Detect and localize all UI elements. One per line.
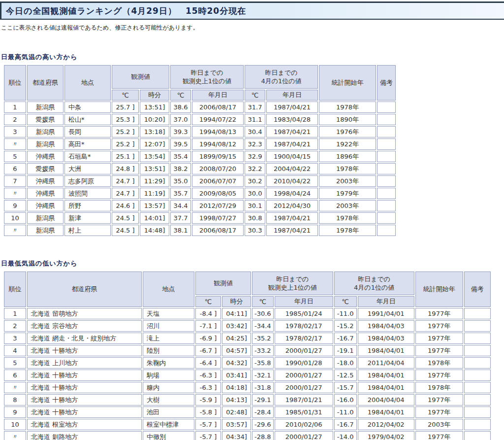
table-row: 〃新潟県高田*25.2 ]12:07]39.51994/08/1232.3198… <box>4 138 396 150</box>
cell: 6 <box>4 163 26 174</box>
cell: 高田* <box>64 138 111 150</box>
cell: 38.6 <box>170 102 191 113</box>
cell: 1991/04/01 <box>358 308 414 319</box>
cell: 03:42] <box>222 320 251 332</box>
cell <box>377 114 396 125</box>
cell: 35.7 <box>170 188 191 199</box>
cell: 1998/07/27 <box>192 212 244 224</box>
cell: 石垣島* <box>64 151 111 162</box>
cell: 10 <box>4 419 26 430</box>
cell: 北海道 十勝地方 <box>27 406 142 418</box>
cell: 2006/07/07 <box>192 175 244 187</box>
cell: 2006/08/17 <box>192 102 244 113</box>
cell: 1978年 <box>415 357 463 369</box>
cell: 24.6 ] <box>112 200 139 211</box>
cell: 11:19] <box>140 188 169 199</box>
max-temp-section: 日最高気温の高い方から 順位 都道府県 地点 観測値 昨日までの 観測史上1位の… <box>0 53 504 237</box>
cell: 朱鞠内 <box>143 357 194 369</box>
cell: 〃 <box>4 382 26 393</box>
table-row: 〃北海道 十勝地方糠内-6.3 ]04:18]-31.82000/01/27-1… <box>4 382 491 393</box>
header-row-groups: 順位 都道府県 地点 観測値 昨日までの 観測史上1位の値 昨日までの 4月の1… <box>4 271 491 295</box>
cell: 〃 <box>4 225 26 236</box>
cell: 1978年 <box>319 163 376 174</box>
table-row: 〃北海道 釧路地方中徹別-5.7 ]04:34]-28.82000/01/27-… <box>4 431 491 440</box>
cell: -34.4 <box>252 320 274 332</box>
table-row: 9北海道 十勝地方池田-5.8 ]02:48]-28.41985/01/31-1… <box>4 406 491 418</box>
cell: 14:01] <box>140 212 169 224</box>
cell: -29.1 <box>252 394 274 406</box>
cell: 10:20] <box>140 114 169 125</box>
cell: 1987/01/21 <box>275 394 333 406</box>
cell: -6.4 ] <box>195 357 221 369</box>
cell: 5 <box>4 357 26 369</box>
cell: 陸別 <box>143 345 194 356</box>
table-row: 〃沖縄県波照間24.7 ]11:19]35.72009/08/0530.0199… <box>4 188 396 199</box>
cell: 1985/01/31 <box>275 406 333 418</box>
cell <box>377 163 396 174</box>
cell: 新潟県 <box>27 225 63 236</box>
cell: 9 <box>4 406 26 418</box>
cell <box>464 394 491 406</box>
col-header-station: 地点 <box>64 65 111 101</box>
cell: -16.0 <box>334 394 357 406</box>
cell: 1977年 <box>415 370 463 381</box>
cell: 2009/08/05 <box>192 188 244 199</box>
cell: -6.3 ] <box>195 370 221 381</box>
cell: 38.1 <box>170 225 191 236</box>
cell: 松山* <box>64 114 111 125</box>
cell: 1987/04/21 <box>266 138 318 150</box>
cell: 13:54] <box>140 151 169 162</box>
cell: -18.0 <box>334 357 357 369</box>
cell: -5.7 ] <box>195 419 221 430</box>
col-header-prefecture: 都道府県 <box>27 271 142 307</box>
table-row: 10新潟県新津24.5 ]14:01]37.71998/07/2730.8198… <box>4 212 396 224</box>
cell: 1976年 <box>319 126 376 137</box>
cell: 2003年 <box>319 200 376 211</box>
cell: 13:57] <box>140 200 169 211</box>
col-header-start-year: 統計開始年 <box>319 65 376 101</box>
cell: 04:34] <box>222 431 251 440</box>
cell: 39.3 <box>170 126 191 137</box>
table-row: 1北海道 留萌地方天塩-8.4 ]04:11]-30.61985/01/24-1… <box>4 308 491 319</box>
cell: 1978年 <box>415 382 463 393</box>
cell: 沼川 <box>143 320 194 332</box>
cell: 大洲 <box>64 163 111 174</box>
cell: 2003年 <box>415 419 463 430</box>
cell: 1977年 <box>415 333 463 344</box>
cell: 1978/02/17 <box>275 333 333 344</box>
cell: -11.0 <box>334 406 357 418</box>
cell: 沖縄県 <box>27 200 63 211</box>
cell: 2010/02/06 <box>275 419 333 430</box>
cell: 1987/04/21 <box>266 212 318 224</box>
col-header-celsius: ℃ <box>195 296 221 307</box>
cell: 1978年 <box>319 212 376 224</box>
cell: 村上 <box>64 225 111 236</box>
table-row: 8北海道 十勝地方大樹-5.9 ]04:13]-29.11987/01/21-1… <box>4 394 491 406</box>
cell: 天塩 <box>143 308 194 319</box>
cell: 1922年 <box>319 138 376 150</box>
cell: 愛媛県 <box>27 114 63 125</box>
cell: 5 <box>4 151 26 162</box>
cell: 1987/04/21 <box>266 126 318 137</box>
cell: 25.7 ] <box>112 102 139 113</box>
cell: 2008/07/20 <box>192 163 244 174</box>
cell <box>377 175 396 187</box>
cell: 所野 <box>64 200 111 211</box>
cell <box>377 138 396 150</box>
cell: -16.7 <box>334 419 357 430</box>
col-header-date: 年月日 <box>358 296 414 307</box>
col-header-station: 地点 <box>143 271 194 307</box>
cell: 32.9 <box>245 151 265 162</box>
cell: -8.4 ] <box>195 308 221 319</box>
cell: 1978年 <box>319 102 376 113</box>
cell: 2012/04/30 <box>266 200 318 211</box>
col-header-celsius: ℃ <box>112 90 139 101</box>
cell: 12:07] <box>140 138 169 150</box>
cell: 糠内 <box>143 382 194 393</box>
col-header-celsius: ℃ <box>334 296 357 307</box>
cell: 滝上 <box>143 333 194 344</box>
col-header-record-group: 昨日までの 観測史上1位の値 <box>170 65 244 89</box>
cell: 池田 <box>143 406 194 418</box>
col-header-date: 年月日 <box>192 90 244 101</box>
cell: 1984/04/03 <box>358 333 414 344</box>
